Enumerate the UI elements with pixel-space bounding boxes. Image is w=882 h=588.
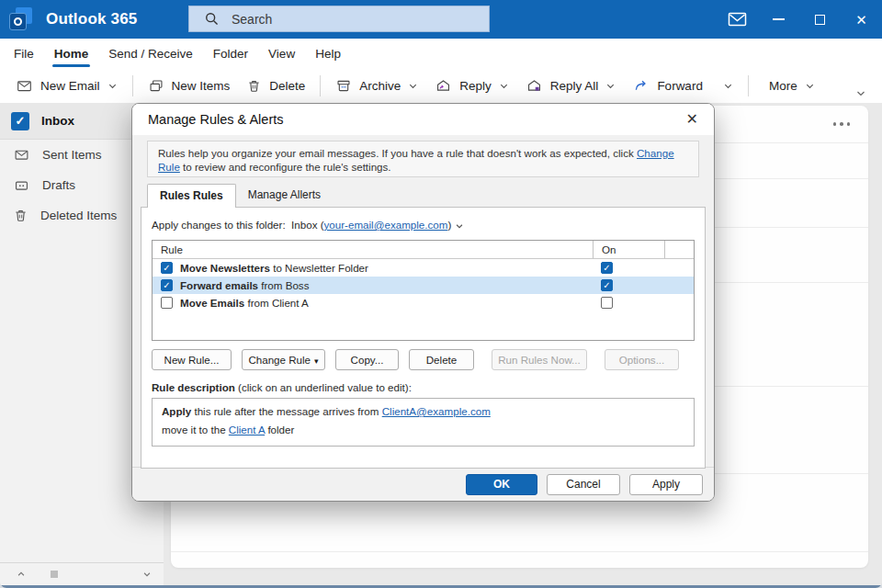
client-folder-link[interactable]: Client A [229,424,265,435]
sidebar-scrollbar[interactable] [0,562,164,585]
menu-view[interactable]: View [258,39,305,69]
chevron-down-icon [107,81,118,91]
archive-button[interactable]: Archive [327,74,426,98]
more-options-icon[interactable] [833,122,851,126]
menu-send-receive[interactable]: Send / Receive [98,39,203,69]
new-email-button[interactable]: New Email [7,74,126,98]
ribbon-divider [132,75,133,96]
rule-name: Move Newsletters to Newsletter Folder [180,262,368,274]
reply-all-button[interactable]: Reply All [517,74,625,98]
rules-table-body: Move Newsletters to Newsletter FolderFor… [153,259,694,311]
archive-icon [335,78,352,94]
dialog-title: Manage Rules & Alerts [148,112,284,127]
header-rule: Rule [153,241,593,258]
maximize-button[interactable] [799,0,841,39]
header-on: On [593,241,664,258]
trash-icon [13,208,28,223]
delete-rule-button[interactable]: Delete [409,349,474,370]
rule-name: Move Emails from Client A [180,297,309,309]
apply-folder-line: Apply changes to this folder: Inbox (you… [141,208,705,231]
rule-action-buttons: New Rule... Change Rule▾ Copy... Delete … [152,349,695,370]
app-title: Outlook 365 [46,10,138,28]
scroll-up-icon[interactable] [16,566,27,582]
mail-icon[interactable] [717,0,758,39]
reply-icon [435,78,452,94]
reply-button[interactable]: Reply [426,74,517,98]
run-rules-now-button[interactable]: Run Rules Now... [492,349,587,370]
inbox-check-icon: ✓ [11,112,29,130]
dialog-title-bar: Manage Rules & Alerts ✕ [132,104,714,135]
folder-email-link[interactable]: your-email@example.com [324,219,448,231]
copy-button[interactable]: Copy... [335,349,399,370]
change-rule-caret-icon: ▾ [314,356,319,366]
rules-table: Rule On Move Newsletters to Newsletter F… [152,240,695,341]
ok-button[interactable]: OK [466,474,537,495]
header-extra [664,241,694,258]
change-rule-button[interactable]: Change Rule▾ [242,349,325,370]
manage-rules-dialog: Manage Rules & Alerts ✕ Rules help you o… [131,103,715,502]
chevron-down-icon [605,81,616,91]
envelope-icon [16,78,33,94]
menu-folder[interactable]: Folder [203,39,258,69]
rule-enabled-checkbox[interactable] [161,297,173,309]
tab-rules-rules[interactable]: Rules Rules [147,184,236,208]
delete-button[interactable]: Delete [238,74,313,98]
dialog-footer: OK Cancel Apply [132,467,714,501]
rule-description-box: Apply this rule after the message arrive… [152,398,695,447]
rules-tab-panel: Apply changes to this folder: Inbox (you… [141,207,706,469]
new-rule-button[interactable]: New Rule... [152,349,232,370]
search-icon [204,11,220,27]
menu-file[interactable]: File [4,39,44,69]
chevron-down-icon [499,81,509,91]
rule-name: Forward emails from Boss [180,279,309,291]
menu-home[interactable]: Home [44,39,99,69]
rule-enabled-checkbox[interactable] [161,262,173,274]
forward-button[interactable]: Forward [624,74,741,98]
new-items-icon [148,78,164,94]
apply-button[interactable]: Apply [629,474,703,495]
minimize-button[interactable] [758,0,799,39]
menu-help[interactable]: Help [305,39,351,69]
ribbon: New Email New Items Delete Archive [0,69,882,103]
forward-icon [632,78,650,94]
dialog-close-icon[interactable]: ✕ [686,112,698,127]
rule-row[interactable]: Forward emails from Boss [153,277,694,294]
rule-on-checkbox[interactable] [601,262,613,274]
sent-envelope-icon [13,147,30,163]
chevron-down-icon [805,81,815,91]
rule-row[interactable]: Move Emails from Client A [153,294,694,311]
scroll-thumb[interactable] [51,571,58,578]
rule-description-label: Rule description (click on an underlined… [152,381,695,393]
tab-manage-allerts[interactable]: Manage Allerts [236,184,333,208]
options-button[interactable]: Options... [605,349,679,370]
new-items-button[interactable]: New Items [140,74,239,98]
scroll-down-icon[interactable] [141,566,153,582]
ribbon-divider [748,75,749,96]
more-button[interactable]: More [761,74,823,97]
ribbon-divider [320,75,321,96]
drafts-icon [13,177,30,193]
reply-all-icon [526,78,543,94]
rule-on-checkbox[interactable] [601,297,613,309]
rule-on-checkbox[interactable] [601,279,613,291]
client-email-link[interactable]: ClientA@example.com [382,405,491,417]
rule-enabled-checkbox[interactable] [161,279,173,291]
rules-info-text: Rules help you organize your email messa… [147,141,699,177]
search-placeholder: Search [232,12,272,27]
outlook-window: Outlook 365 Search ✕ File Home Send / Re… [0,0,882,588]
close-button[interactable]: ✕ [841,0,882,39]
trash-icon [246,78,262,94]
ribbon-collapse-chevron-icon[interactable] [854,88,867,102]
dialog-tabs: Rules Rules Manage Allerts [147,184,333,208]
search-input[interactable]: Search [188,6,490,32]
rule-row[interactable]: Move Newsletters to Newsletter Folder [153,259,694,277]
outlook-logo-icon [9,7,34,32]
folder-chevron-down-icon[interactable] [455,221,464,231]
cancel-button[interactable]: Cancel [547,474,620,495]
title-bar: Outlook 365 Search ✕ [0,0,882,39]
chevron-down-icon [723,81,733,91]
menu-bar: File Home Send / Receive Folder View Hel… [0,39,882,69]
rules-table-header: Rule On [153,241,694,259]
chevron-down-icon [408,81,418,91]
